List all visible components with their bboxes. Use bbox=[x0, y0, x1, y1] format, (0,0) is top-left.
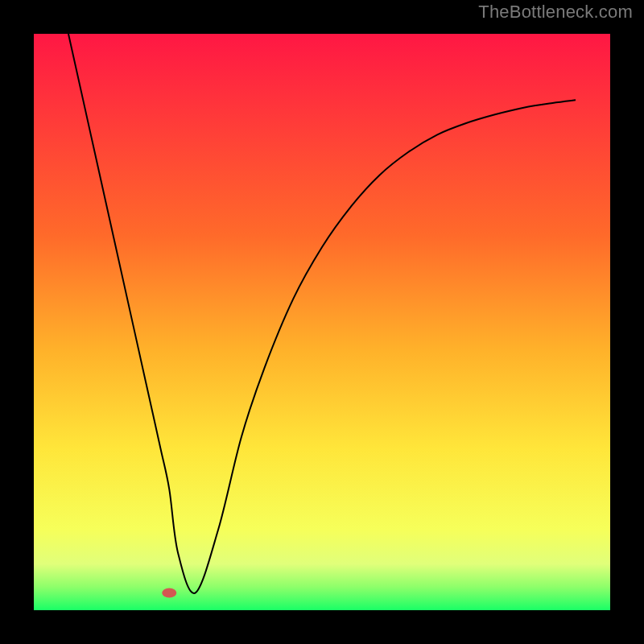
bottleneck-marker bbox=[162, 588, 176, 598]
watermark-text: TheBottleneck.com bbox=[478, 2, 633, 23]
chart-svg bbox=[0, 0, 644, 644]
plot-area bbox=[34, 34, 610, 610]
bottleneck-chart: TheBottleneck.com bbox=[0, 0, 644, 644]
